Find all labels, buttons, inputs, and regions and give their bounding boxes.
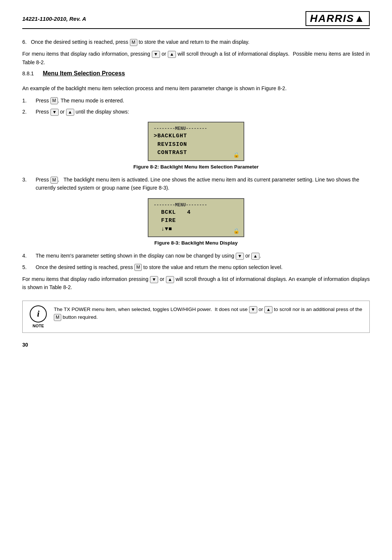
step-5-num: 5. <box>22 263 36 271</box>
lcd2-line-1: --------MENU-------- <box>154 202 238 209</box>
note-label: NOTE <box>33 324 44 328</box>
down-btn-step2: ▼ <box>50 109 59 116</box>
section-number: 8.8.1 <box>22 71 34 76</box>
step-5-content: Once the desired setting is reached, pre… <box>36 263 370 271</box>
lcd2-line-3: FIRE <box>154 217 238 225</box>
down-btn-outro: ▼ <box>150 276 158 283</box>
note-icon-container: i NOTE <box>29 305 48 328</box>
m-btn-note: M <box>54 314 61 321</box>
lcd2-line-2: BCKL 4 <box>154 209 238 217</box>
m-button-inline: M <box>130 39 137 46</box>
note-icon-circle: i <box>30 305 47 322</box>
harris-logo: HARRIS▲ <box>306 11 370 26</box>
down-arrow-btn: ▼ <box>152 51 160 58</box>
lcd-lock-icon: 🔒 <box>233 152 240 158</box>
intro-p2: For menu items that display radio inform… <box>22 50 370 66</box>
page: 14221-1100-2010, Rev. A HARRIS▲ 6. Once … <box>0 0 392 355</box>
lcd-line-2: >BACKLGHT <box>154 132 238 141</box>
step-3-num: 3. <box>22 176 36 192</box>
step-5: 5. Once the desired setting is reached, … <box>22 263 370 271</box>
step-4-num: 4. <box>22 252 36 260</box>
section-intro: An example of the backlight menu item se… <box>22 84 370 92</box>
page-number: 30 <box>22 342 28 348</box>
m-button-step5: M <box>134 264 142 271</box>
down-btn-note: ▼ <box>249 306 257 313</box>
note-text: The TX POWER menu item, when selected, t… <box>54 305 363 321</box>
step-2-content: Press ▼ or ▲ until the display shows: <box>36 108 370 116</box>
up-btn-step4: ▲ <box>251 253 259 260</box>
lcd-line-4: CONTRAST <box>154 149 238 157</box>
down-btn-step4: ▼ <box>236 253 244 260</box>
figure-8-2-screen: --------MENU-------- >BACKLGHT REVISION … <box>148 122 244 161</box>
note-box: i NOTE The TX POWER menu item, when sele… <box>22 301 370 333</box>
step-3: 3. Press M. The backlight menu item is a… <box>22 176 370 192</box>
lcd-line-3: REVISION <box>154 141 238 149</box>
step-2-num: 2. <box>22 108 36 116</box>
up-btn-step2: ▲ <box>66 109 74 116</box>
m-button-step1: M <box>50 97 58 104</box>
lcd2-lock-icon: 🔒 <box>233 228 240 234</box>
up-btn-outro: ▲ <box>166 276 174 283</box>
figure-8-3-caption: Figure 8-3: Backlight Menu Display <box>154 240 238 246</box>
figure-8-2-caption: Figure 8-2: Backlight Menu Item Selectio… <box>133 164 259 170</box>
document-title: 14221-1100-2010, Rev. A <box>22 16 86 22</box>
step-4: 4. The menu item's parameter setting sho… <box>22 252 370 260</box>
step-2: 2. Press ▼ or ▲ until the display shows: <box>22 108 370 116</box>
figure-8-2-container: --------MENU-------- >BACKLGHT REVISION … <box>22 122 370 170</box>
intro-p1: 6. Once the desired setting is reached, … <box>22 38 370 46</box>
figure-8-3-container: --------MENU-------- BCKL 4 FIRE ↓▼■ 🔒 F… <box>22 198 370 246</box>
lcd2-line-4: ↓▼■ <box>154 225 238 234</box>
page-header: 14221-1100-2010, Rev. A HARRIS▲ <box>22 11 370 29</box>
page-footer: 30 <box>22 342 28 348</box>
figure-8-3-screen: --------MENU-------- BCKL 4 FIRE ↓▼■ 🔒 <box>148 198 244 238</box>
step-1-num: 1. <box>22 96 36 105</box>
lcd-line-1: --------MENU-------- <box>154 125 238 132</box>
step-4-content: The menu item's parameter setting shown … <box>36 252 370 260</box>
note-i-char: i <box>37 309 40 319</box>
up-btn-note: ▲ <box>264 306 272 313</box>
step-3-content: Press M. The backlight menu item is acti… <box>36 176 370 192</box>
m-button-step3: M <box>50 177 58 184</box>
section-heading-row: 8.8.1 Menu Item Selection Process <box>22 70 370 81</box>
step-1-content: Press M. The menu mode is entered. <box>36 96 370 105</box>
outro-paragraph: For menu items that display radio inform… <box>22 275 370 292</box>
section-title: Menu Item Selection Process <box>43 70 125 77</box>
step-1: 1. Press M. The menu mode is entered. <box>22 96 370 105</box>
up-arrow-btn: ▲ <box>168 51 176 58</box>
